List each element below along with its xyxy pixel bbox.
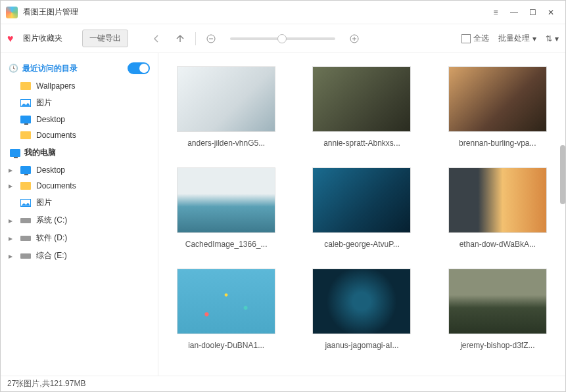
image-icon [20, 99, 31, 107]
thumbnail-item[interactable]: CachedImage_1366_... [165, 167, 287, 249]
tree-item[interactable]: ▸软件 (D:) [1, 229, 158, 247]
checkbox-icon [461, 34, 471, 43]
computer-label: 我的电脑 [24, 147, 56, 158]
tree-item-label: Desktop [36, 165, 65, 175]
drive-icon [20, 253, 31, 259]
tree-item-label: 软件 (D:) [36, 232, 67, 244]
folder-icon [20, 131, 31, 139]
thumbnail-image [177, 269, 275, 334]
thumbnail-item[interactable]: brennan-burling-vpa... [436, 66, 559, 148]
tree-item[interactable]: ▸系统 (C:) [1, 211, 158, 229]
thumbnail-item[interactable]: jeremy-bishop-d3fZ... [436, 269, 559, 350]
tree-item[interactable]: Documents [1, 127, 158, 143]
thumbnail-label: CachedImage_1366_... [185, 240, 268, 249]
thumbnail-item[interactable]: anders-jilden-vhnG5... [165, 66, 287, 148]
thumbnail-image [448, 167, 547, 233]
thumbnail-image [312, 66, 411, 132]
expand-arrow-icon[interactable]: ▸ [9, 251, 15, 261]
thumbnail-label: ethan-dow-dWaBkA... [460, 240, 536, 249]
zoom-out-button[interactable] [202, 30, 220, 47]
thumbnail-item[interactable]: ethan-dow-dWaBkA... [436, 167, 559, 249]
tree-item-label: Documents [36, 181, 76, 190]
sort-icon: ⇅ [546, 34, 552, 43]
tree-item[interactable]: Desktop [1, 112, 158, 127]
monitor-icon [20, 116, 31, 123]
thumbnail-image [177, 167, 275, 233]
sort-button[interactable]: ⇅ ▾ [546, 34, 559, 43]
drive-icon [20, 236, 31, 241]
thumbnail-label: brennan-burling-vpa... [459, 139, 536, 148]
tree-item-label: Desktop [36, 115, 65, 124]
thumbnail-item[interactable]: jaanus-jagomagi-aI... [300, 269, 423, 350]
export-button[interactable]: 一键导出 [82, 30, 128, 47]
tree-item-label: Documents [36, 131, 76, 140]
status-text: 27张图片,共121.97MB [7, 378, 85, 389]
tree-item[interactable]: ▸Documents [1, 178, 158, 194]
scrollbar[interactable] [560, 145, 565, 204]
tree-item-label: Wallpapers [36, 81, 76, 91]
thumbnail-item[interactable]: caleb-george-AtvuP... [300, 167, 423, 249]
batch-label: 批量处理 [498, 33, 530, 44]
toolbar: ♥ 图片收藏夹 一键导出 全选 批量处理 ▾ ⇅ ▾ [1, 24, 565, 53]
tree-item[interactable]: ▸Desktop [1, 162, 158, 178]
thumbnail-label: annie-spratt-Abnkxs... [323, 139, 400, 148]
back-button[interactable] [148, 30, 165, 47]
expand-arrow-icon[interactable]: ▸ [9, 216, 15, 225]
thumbnail-label: jaanus-jagomagi-aI... [325, 341, 398, 350]
clock-icon: 🕓 [9, 64, 18, 73]
up-button[interactable] [172, 30, 189, 47]
expand-arrow-icon[interactable]: ▸ [9, 165, 15, 175]
recent-toggle[interactable] [128, 62, 150, 74]
thumbnail-item[interactable]: annie-spratt-Abnkxs... [300, 66, 423, 148]
chevron-down-icon: ▾ [555, 34, 559, 43]
tree-item[interactable]: ▸综合 (E:) [1, 247, 158, 265]
select-all-checkbox[interactable]: 全选 [461, 33, 489, 44]
tree-item[interactable]: 图片 [1, 94, 158, 112]
thumbnail-image [448, 269, 547, 334]
thumbnail-image [177, 66, 275, 132]
tree-item-label: 图片 [36, 197, 52, 208]
tree-item-label: 图片 [36, 97, 52, 108]
folder-icon [20, 82, 31, 90]
expand-arrow-icon[interactable]: ▸ [9, 234, 15, 243]
recent-label: 最近访问的目录 [22, 63, 78, 74]
thumbnail-item[interactable]: ian-dooley-DuBNA1... [165, 269, 287, 350]
expand-arrow-icon[interactable]: ▸ [9, 181, 15, 190]
thumbnail-image [312, 269, 411, 334]
folder-icon [20, 182, 31, 190]
thumbnail-label: jeremy-bishop-d3fZ... [460, 341, 534, 350]
tree-item-label: 综合 (E:) [36, 250, 67, 261]
heart-icon: ♥ [7, 33, 14, 45]
monitor-icon [10, 149, 20, 157]
zoom-slider[interactable] [230, 37, 335, 40]
titlebar: 看图王图片管理 ≡ — ☐ ✕ [1, 1, 565, 24]
thumbnail-label: ian-dooley-DuBNA1... [188, 341, 264, 350]
batch-process-button[interactable]: 批量处理 ▾ [498, 33, 536, 44]
tree-item[interactable]: 图片 [1, 194, 158, 211]
zoom-slider-thumb[interactable] [277, 34, 287, 43]
thumbnail-label: caleb-george-AtvuP... [324, 240, 400, 249]
zoom-in-button[interactable] [346, 30, 363, 47]
chevron-down-icon: ▾ [532, 34, 536, 43]
thumbnail-image [312, 167, 411, 233]
favorites-label[interactable]: 图片收藏夹 [23, 33, 62, 44]
drive-icon [20, 218, 31, 223]
minimize-button[interactable]: — [505, 3, 523, 22]
statusbar: 27张图片,共121.97MB [1, 376, 565, 391]
computer-section-header[interactable]: 我的电脑 [1, 143, 158, 162]
tree-item-label: 系统 (C:) [36, 215, 67, 226]
menu-button[interactable]: ≡ [486, 3, 505, 22]
monitor-icon [20, 166, 31, 174]
sidebar: 🕓 最近访问的目录 Wallpapers图片DesktopDocuments 我… [1, 53, 158, 376]
window-title: 看图王图片管理 [23, 7, 486, 18]
divider [195, 32, 196, 45]
main-content: anders-jilden-vhnG5...annie-spratt-Abnkx… [158, 53, 565, 376]
image-icon [20, 199, 31, 207]
thumbnail-label: anders-jilden-vhnG5... [187, 139, 265, 148]
app-icon [6, 7, 18, 18]
thumbnail-image [448, 66, 547, 132]
close-button[interactable]: ✕ [542, 3, 560, 22]
maximize-button[interactable]: ☐ [523, 3, 542, 22]
tree-item[interactable]: Wallpapers [1, 78, 158, 94]
recent-section-header[interactable]: 🕓 最近访问的目录 [1, 58, 158, 78]
